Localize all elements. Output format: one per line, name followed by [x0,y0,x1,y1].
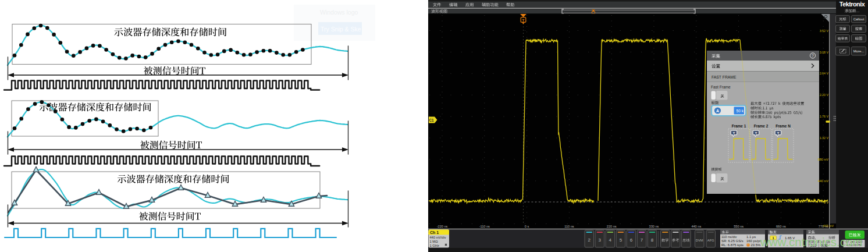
svg-text:50 k: 50 k [737,109,744,113]
svg-text:0 V: 0 V [824,201,828,204]
svg-text:3.52 V: 3.52 V [820,29,829,33]
svg-text:2: 2 [588,237,591,243]
svg-text:110 ns: 110 ns [564,225,574,228]
svg-text:!: ! [748,243,748,247]
svg-text:1.76 V: 1.76 V [820,115,829,118]
svg-text:Ch 1: Ch 1 [430,230,439,235]
svg-text:3.08 V: 3.08 V [820,51,829,54]
svg-text:T: T [522,18,525,22]
svg-text:7: 7 [641,237,643,243]
svg-text:23.5%: 23.5% [751,243,761,247]
svg-text:160 ps/pt: 160 ps/pt [746,239,761,243]
svg-text:6: 6 [630,237,633,243]
svg-text:Frame 2: Frame 2 [754,124,769,128]
svg-text:Try Snip & Ske: Try Snip & Ske [321,26,361,33]
svg-text:2.20 V: 2.20 V [820,93,829,97]
svg-text:440 mV/div: 440 mV/div [430,236,446,239]
svg-text:AFG: AFG [707,239,714,242]
svg-text:RL: 6.875 kpts: RL: 6.875 kpts [721,243,744,247]
svg-text:2.64 V: 2.64 V [820,72,829,75]
svg-text:Tektronix: Tektronix [839,1,865,8]
svg-text:4: 4 [609,237,612,243]
svg-text:8: 8 [651,237,654,243]
svg-text:?: ? [812,54,814,58]
svg-text:550 ns: 550 ns [734,225,744,228]
svg-text:110 ns/div: 110 ns/div [721,235,737,239]
svg-text:1.32 V: 1.32 V [820,136,829,140]
svg-text:440 mV: 440 mV [818,179,829,183]
svg-text:FAST FRAME: FAST FRAME [712,75,737,79]
svg-text:T: T [777,132,780,135]
svg-text:3: 3 [599,237,602,243]
svg-text:330 ns: 330 ns [649,225,659,228]
svg-text:SR: 6.25 GS/s: SR: 6.25 GS/s [721,239,744,243]
svg-text:220 ns: 220 ns [607,225,617,228]
svg-text:T: T [733,132,735,135]
svg-text:C1: C1 [429,118,434,122]
svg-text:T: T [755,132,757,135]
svg-text:-220 ns: -220 ns [437,225,448,228]
svg-text:880 mV: 880 mV [818,158,829,161]
svg-text:Fast Frame: Fast Frame [711,85,731,89]
svg-text:-110 ns: -110 ns [479,225,490,228]
svg-text:5: 5 [620,237,622,243]
svg-text:0 s: 0 s [525,225,529,228]
svg-text:Windows logo: Windows logo [320,9,358,16]
svg-text:1.1 μs: 1.1 μs [746,235,756,239]
svg-text:-443 mV: -443 mV [822,224,834,228]
svg-text:Callout: Callout [853,17,865,21]
svg-text:660 ns: 660 ns [776,225,786,228]
svg-text:www.cntronics.com: www.cntronics.com [760,235,862,249]
svg-text:More...: More... [853,49,865,53]
svg-text:Frame 1: Frame 1 [732,124,746,128]
svg-text:1 MΩ: 1 MΩ [430,240,439,243]
svg-text:1 GHz: 1 GHz [430,244,440,247]
svg-text:A: A [716,109,719,113]
svg-text:DVM: DVM [696,239,703,242]
svg-text:440 ns: 440 ns [691,225,701,228]
svg-text:Frame N: Frame N [775,124,791,128]
